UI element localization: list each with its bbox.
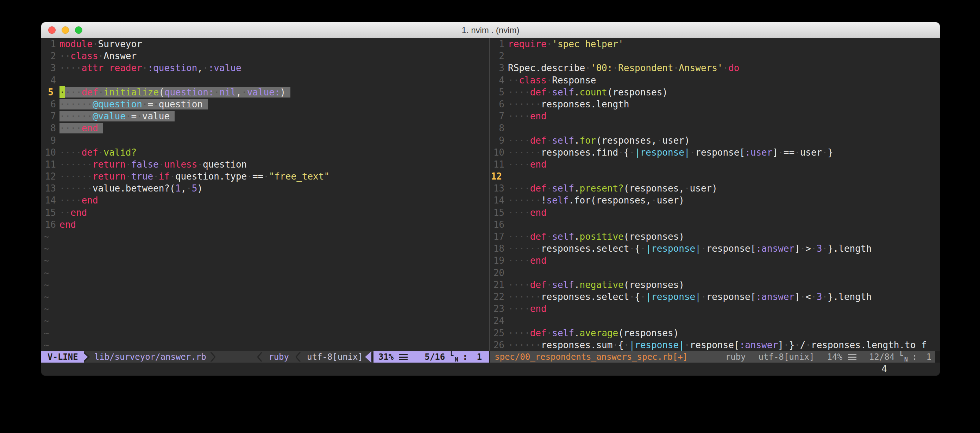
line-number: 9	[490, 134, 508, 146]
empty-line-tilde: ~	[41, 242, 489, 255]
menu-icon	[399, 354, 407, 355]
code-line: 26······responses.sum·{·|response|·respo…	[490, 339, 940, 351]
line-number: 7	[490, 110, 508, 122]
code-line: 2··class·Answer	[41, 50, 489, 62]
empty-line-tilde: ~	[41, 303, 489, 315]
line-number: 23	[490, 303, 508, 315]
encoding-label: utf-8[unix]	[305, 352, 365, 362]
inactive-file-name: spec/00_respondents_answers_spec.rb[+]	[490, 352, 688, 362]
active-file-name: lib/surveyor/answer.rb	[92, 352, 206, 362]
code-line: 20	[490, 267, 940, 279]
code-line: 6······responses.length	[490, 98, 940, 110]
editor-pane-left[interactable]: 1module·Surveyor2··class·Answer3····attr…	[41, 38, 489, 351]
editor-pane-right[interactable]: 1require·'spec_helper'23RSpec.describe·'…	[490, 38, 940, 351]
code-line: 4	[41, 74, 489, 86]
code-line: 24	[490, 315, 940, 327]
line-number: 2	[490, 50, 508, 62]
code-line: 15··end	[41, 207, 489, 219]
line-number: 16	[41, 219, 59, 231]
code-line: 15····end	[490, 207, 940, 219]
code-line: 16end	[41, 219, 489, 231]
filetype-label: ruby	[266, 352, 291, 362]
window-title: 1. nvim . (nvim)	[41, 22, 940, 38]
line-number: 14	[41, 194, 59, 206]
line-number: 20	[490, 267, 508, 279]
chevron-right-icon	[210, 352, 216, 361]
empty-line-tilde: ~	[41, 327, 489, 339]
code-line: 19····end	[490, 255, 940, 266]
line-number: 7	[41, 110, 59, 122]
code-line: 13······value.between?(1,·5)	[41, 182, 489, 194]
line-number: 13	[490, 182, 508, 194]
code-line: 2	[490, 50, 940, 62]
empty-line-tilde: ~	[41, 267, 489, 279]
line-position: 12/84	[869, 352, 894, 362]
code-line: 6······@question·=·question	[41, 98, 489, 110]
line-number: 19	[490, 255, 508, 266]
line-number: 10	[41, 146, 59, 158]
code-line: 9····def·self.for(responses,·user)	[490, 134, 940, 146]
line-number: 1	[490, 38, 508, 50]
code-line: 12······return·true·if·question.type·==·…	[41, 170, 489, 182]
line-number: 11	[41, 158, 59, 170]
code-line: 3RSpec.describe·'00:·Respondent·Answers'…	[490, 62, 940, 74]
line-number: 26	[490, 339, 508, 351]
line-number: 14	[490, 194, 508, 206]
line-number: 4	[490, 74, 508, 86]
mode-indicator: V-LINE	[41, 351, 84, 363]
column-number: 1	[477, 352, 482, 362]
code-line: 4··class·Response	[490, 74, 940, 86]
code-line: 7····end	[490, 110, 940, 122]
line-number: 6	[41, 98, 59, 110]
line-number-icon	[450, 352, 458, 362]
empty-line-tilde: ~	[41, 339, 489, 351]
line-number: 9	[41, 134, 59, 146]
code-line: 14····end	[41, 194, 489, 206]
code-line: 9	[41, 134, 489, 146]
code-line: 14······!self.for(responses,·user)	[490, 194, 940, 206]
line-number: 15	[41, 207, 59, 219]
code-line: 8	[490, 122, 940, 134]
status-row: V-LINE lib/surveyor/answer.rb ruby utf-8…	[41, 351, 940, 363]
menu-icon	[848, 354, 856, 355]
line-number: 12	[41, 170, 59, 182]
terminal-window: 1. nvim . (nvim) 1module·Surveyor2··clas…	[41, 22, 940, 376]
code-line: 17····def·self.positive(responses)	[490, 231, 940, 242]
code-line: 25····def·self.average(responses)	[490, 327, 940, 339]
code-line: 22······responses.select·{·|response|·re…	[490, 291, 940, 303]
statusline-inactive: spec/00_respondents_answers_spec.rb[+] r…	[490, 351, 935, 363]
chevron-left-icon	[295, 352, 301, 361]
window-titlebar[interactable]: 1. nvim . (nvim)	[41, 22, 940, 38]
line-number: 1	[41, 38, 59, 50]
line-number: 24	[490, 315, 508, 327]
line-number: 15	[490, 207, 508, 219]
empty-line-tilde: ~	[41, 255, 489, 266]
column-number: 1	[926, 352, 931, 362]
line-number: 25	[490, 327, 508, 339]
code-line: 12	[490, 170, 940, 182]
code-line: 21····def·self.negative(responses)	[490, 279, 940, 291]
cursor: ·	[59, 86, 65, 98]
code-line: 23····end	[490, 303, 940, 315]
code-line: 10····def·valid?	[41, 146, 489, 158]
line-number: 3	[490, 62, 508, 74]
code-line: 5····def·initialize(question:·nil,·value…	[41, 86, 489, 98]
empty-line-tilde: ~	[41, 291, 489, 303]
nvim-editor: 1module·Surveyor2··class·Answer3····attr…	[41, 38, 940, 351]
command-line: 4	[41, 363, 940, 376]
code-line: 16	[490, 219, 940, 231]
code-line: 10······responses.find·{·|response|·resp…	[490, 146, 940, 158]
line-position: 5/16	[425, 352, 445, 362]
line-number: 13	[41, 182, 59, 194]
line-number: 12	[490, 170, 508, 182]
statusline-active: V-LINE lib/surveyor/answer.rb ruby utf-8…	[41, 351, 489, 363]
line-number: 10	[490, 146, 508, 158]
line-number: 22	[490, 291, 508, 303]
position-group: 12/84 : 1	[869, 352, 931, 362]
line-number: 16	[490, 219, 508, 231]
code-line: 13····def·self.present?(responses,·user)	[490, 182, 940, 194]
code-line: 18······responses.select·{·|response|·re…	[490, 242, 940, 255]
scroll-percent-group: 14%	[827, 352, 856, 362]
code-line: 1module·Surveyor	[41, 38, 489, 50]
line-number: 18	[490, 242, 508, 255]
